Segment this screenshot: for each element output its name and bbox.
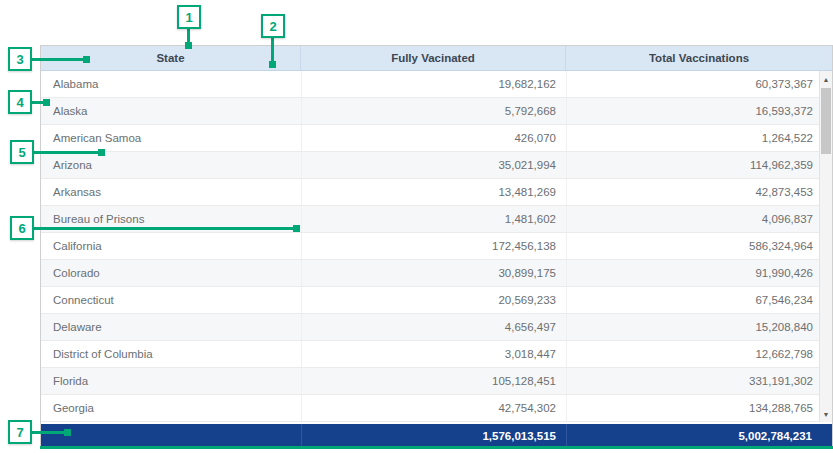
state-cell: Florida <box>41 368 301 394</box>
table-row[interactable]: Florida 105,128,451 331,191,302 <box>41 368 832 395</box>
fully-vaccinated-cell: 5,792,668 <box>301 98 566 124</box>
state-cell: Connecticut <box>41 287 301 313</box>
vertical-scrollbar[interactable]: ▲ ▼ <box>819 71 832 422</box>
totals-row: 1,576,013,515 5,002,784,231 <box>41 424 832 447</box>
fully-vaccinated-cell: 3,018,447 <box>301 341 566 367</box>
state-cell: Alabama <box>41 71 301 97</box>
scroll-up-button[interactable]: ▲ <box>820 72 832 86</box>
fully-vaccinated-cell: 20,569,233 <box>301 287 566 313</box>
callout-number: 7 <box>16 425 23 440</box>
fully-vaccinated-cell: 42,754,302 <box>301 395 566 421</box>
callout-2: 2 <box>261 14 285 38</box>
state-cell: Arizona <box>41 152 301 178</box>
table-row[interactable]: Connecticut 20,569,233 67,546,234 <box>41 287 832 314</box>
table-row[interactable]: American Samoa 426,070 1,264,522 <box>41 125 832 152</box>
total-vaccinations-cell: 60,373,367 <box>566 71 821 97</box>
fully-vaccinated-cell: 105,128,451 <box>301 368 566 394</box>
totals-fully-vaccinated-cell: 1,576,013,515 <box>301 424 566 447</box>
table-row[interactable]: Colorado 30,899,175 91,990,426 <box>41 260 832 287</box>
callout-dot-3 <box>83 56 90 63</box>
table-row[interactable]: California 172,456,138 586,324,964 <box>41 233 832 260</box>
total-vaccinations-cell: 1,264,522 <box>566 125 821 151</box>
table-row[interactable]: Delaware 4,656,497 15,208,840 <box>41 314 832 341</box>
column-header-total-vaccinations[interactable]: Total Vaccinations <box>566 46 832 70</box>
fully-vaccinated-cell: 172,456,138 <box>301 233 566 259</box>
callout-3: 3 <box>8 47 32 71</box>
callout-number: 2 <box>269 19 276 34</box>
state-cell: American Samoa <box>41 125 301 151</box>
callout-5: 5 <box>10 140 34 164</box>
fully-vaccinated-cell: 35,021,994 <box>301 152 566 178</box>
table-row[interactable]: Arkansas 13,481,269 42,873,453 <box>41 179 832 206</box>
state-cell: Colorado <box>41 260 301 286</box>
table-row[interactable]: Alabama 19,682,162 60,373,367 <box>41 71 832 98</box>
up-arrow-icon: ▲ <box>823 76 830 83</box>
total-vaccinations-cell: 42,873,453 <box>566 179 821 205</box>
fully-vaccinated-cell: 426,070 <box>301 125 566 151</box>
total-vaccinations-cell: 134,288,765 <box>566 395 821 421</box>
callout-line-5 <box>33 151 101 154</box>
total-vaccinations-cell: 4,096,837 <box>566 206 821 232</box>
state-cell: Delaware <box>41 314 301 340</box>
state-cell: District of Columbia <box>41 341 301 367</box>
callout-dot-1 <box>185 42 192 49</box>
callout-number: 6 <box>18 221 25 236</box>
callout-dot-5 <box>98 149 105 156</box>
callout-line-6 <box>33 227 296 230</box>
total-vaccinations-cell: 91,990,426 <box>566 260 821 286</box>
callout-dot-7 <box>64 429 71 436</box>
callout-line-7 <box>31 431 67 434</box>
fully-vaccinated-cell: 30,899,175 <box>301 260 566 286</box>
fully-vaccinated-cell: 19,682,162 <box>301 71 566 97</box>
total-vaccinations-cell: 114,962,359 <box>566 152 821 178</box>
table-header-row: State Fully Vacinated Total Vaccinations <box>41 46 832 71</box>
scroll-down-button[interactable]: ▼ <box>820 407 832 421</box>
callout-dot-4 <box>43 99 50 106</box>
callout-number: 1 <box>185 10 192 25</box>
callout-7: 7 <box>8 420 32 444</box>
vaccination-table: State Fully Vacinated Total Vaccinations… <box>40 45 833 447</box>
callout-line-3 <box>31 58 86 61</box>
fully-vaccinated-cell: 4,656,497 <box>301 314 566 340</box>
total-vaccinations-cell: 16,593,372 <box>566 98 821 124</box>
state-cell: Georgia <box>41 395 301 421</box>
table-row[interactable]: District of Columbia 3,018,447 12,662,79… <box>41 341 832 368</box>
table-row[interactable]: Arizona 35,021,994 114,962,359 <box>41 152 832 179</box>
totals-state-cell <box>41 424 301 447</box>
scrollbar-thumb[interactable] <box>821 88 831 154</box>
table-row[interactable]: Alaska 5,792,668 16,593,372 <box>41 98 832 125</box>
callout-dot-2 <box>269 61 276 68</box>
callout-4: 4 <box>8 90 32 114</box>
state-cell: Alaska <box>41 98 301 124</box>
callout-line-2 <box>271 37 274 64</box>
totals-total-vaccinations-cell: 5,002,784,231 <box>566 424 832 447</box>
total-vaccinations-cell: 15,208,840 <box>566 314 821 340</box>
down-arrow-icon: ▼ <box>823 411 830 418</box>
callout-7-underline <box>40 446 833 449</box>
callout-6: 6 <box>10 216 34 240</box>
table-body: Alabama 19,682,162 60,373,367 Alaska 5,7… <box>41 71 832 422</box>
state-cell: California <box>41 233 301 259</box>
state-cell: Arkansas <box>41 179 301 205</box>
callout-dot-6 <box>293 225 300 232</box>
callout-number: 4 <box>16 95 23 110</box>
fully-vaccinated-cell: 13,481,269 <box>301 179 566 205</box>
total-vaccinations-cell: 67,546,234 <box>566 287 821 313</box>
total-vaccinations-cell: 331,191,302 <box>566 368 821 394</box>
fully-vaccinated-cell: 1,481,602 <box>301 206 566 232</box>
total-vaccinations-cell: 12,662,798 <box>566 341 821 367</box>
column-header-fully-vaccinated[interactable]: Fully Vacinated <box>301 46 566 70</box>
total-vaccinations-cell: 586,324,964 <box>566 233 821 259</box>
callout-1: 1 <box>177 5 201 29</box>
screenshot-stage: State Fully Vacinated Total Vaccinations… <box>0 0 833 453</box>
callout-number: 5 <box>18 145 25 160</box>
callout-number: 3 <box>16 52 23 67</box>
table-row[interactable]: Georgia 42,754,302 134,288,765 <box>41 395 832 422</box>
